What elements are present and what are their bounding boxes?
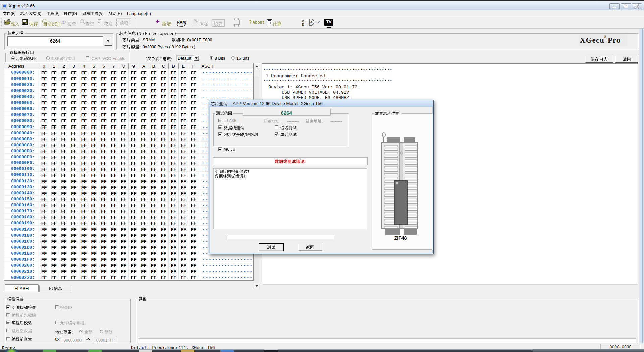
svg-text:A: A [302, 19, 304, 22]
svg-text:B: B [302, 23, 304, 26]
svg-text:&: & [310, 21, 313, 24]
svg-text:Y: Y [318, 21, 320, 24]
